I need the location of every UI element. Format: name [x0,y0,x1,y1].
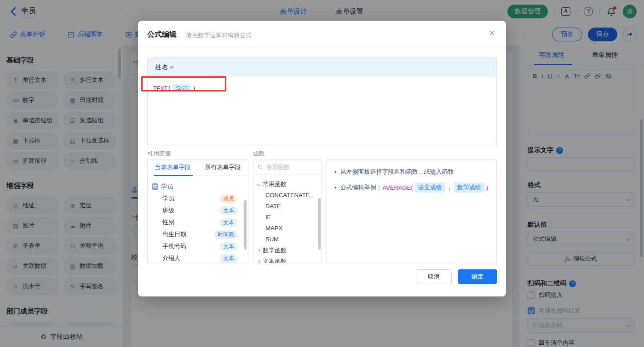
formula-expression[interactable]: TEXT(学员) [148,77,496,93]
tab-current-form-fields[interactable]: 当前表单字段 [148,159,198,176]
group-common-functions[interactable]: 常用函数 [257,179,322,190]
variable-name: 手机号码 [162,242,186,250]
paren-close: ) [192,85,196,92]
variable-row[interactable]: 性别文本 [152,216,243,228]
type-badge: 文本 [219,242,238,251]
root-label: 学员 [161,182,173,191]
variable-row[interactable]: 手机号码文本 [152,240,243,252]
variable-row[interactable]: 介绍人文本 [152,252,243,264]
modal-title: 公式编辑 [147,30,177,40]
function-item[interactable]: MAPX [257,223,322,234]
variables-list: 学员 学员成员 班级文本 性别文本 出生日期时间戳 手机号码文本 介绍人文本 [148,176,248,264]
function-tree: 常用函数 CONCATENATE DATE IF MAPX SUM 数学函数 文… [253,175,322,263]
modal-footer: 取消 确定 [416,269,497,284]
variables-panel: 当前表单字段 所有表单字段 学员 学员成员 班级文本 性别文本 出生日期时间戳 … [147,159,248,263]
variables-label: 可用变量 [147,149,171,158]
functions-label: 函数 [253,149,265,158]
confirm-button[interactable]: 确定 [458,269,497,284]
variable-row[interactable]: 班级文本 [152,205,243,216]
type-badge: 成员 [219,194,238,203]
form-doc-icon [152,183,158,190]
variable-name: 学员 [162,194,174,203]
formula-editor-modal: 公式编辑 使用数学运算符编辑公式 × 姓名 = TEXT(学员) 可用变量 函数… [138,21,506,296]
tip-line-1: 从左侧面板选择字段名和函数，或输入函数 [334,168,490,176]
variable-row[interactable]: 学员成员 [152,193,243,205]
variable-name: 介绍人 [162,254,180,262]
function-search-input[interactable] [266,164,312,171]
chevron-right-icon [257,260,260,263]
function-search[interactable] [253,159,322,175]
type-badge: 文本 [219,218,238,227]
function-item[interactable]: SUM [257,234,322,245]
example-function-token: AVERAGE( [383,184,413,191]
cancel-button[interactable]: 取消 [416,269,452,284]
group-label: 数学函数 [263,246,287,255]
close-icon[interactable]: × [489,28,495,38]
example-field-chip: 数学成绩 [454,182,484,193]
tip-example-prefix: 公式编辑举例： [340,183,382,192]
group-label: 文本函数 [263,257,287,263]
example-paren-close: ) [486,184,488,191]
group-label: 常用函数 [263,180,287,188]
variables-root-node[interactable]: 学员 [152,181,243,193]
variables-tabs: 当前表单字段 所有表单字段 [148,159,248,176]
variable-row[interactable]: 出生日期时间戳 [152,228,243,240]
function-item[interactable]: CONCATENATE [257,190,322,201]
variable-name: 出生日期 [162,230,186,239]
formula-target: 姓名 = [148,58,496,77]
functions-scrollbar[interactable] [318,198,321,250]
paren-open: ( [167,85,171,92]
app-screen: 学员 表单设计 表单设置 数据管理 ? 训 表单外链 后端脚本 [0,0,644,347]
function-item[interactable]: DATE [257,201,322,212]
group-text-functions[interactable]: 文本函数 [257,256,322,263]
type-badge: 时间戳 [214,230,238,239]
function-token: TEXT [153,85,167,92]
variable-name: 性别 [162,218,174,227]
variables-scrollbar[interactable] [244,200,247,250]
tip-text: 从左侧面板选择字段名和函数，或输入函数 [340,168,454,176]
search-icon [257,164,263,170]
comma: ， [447,183,453,192]
type-badge: 文本 [219,254,238,263]
variable-name: 班级 [162,206,174,215]
function-item[interactable]: IF [257,212,322,223]
example-field-chip: 语文成绩 [415,182,445,193]
chevron-right-icon [257,249,260,252]
functions-panel: 常用函数 CONCATENATE DATE IF MAPX SUM 数学函数 文… [253,159,322,263]
formula-input-area[interactable]: 姓名 = TEXT(学员) [147,57,497,146]
modal-header: 公式编辑 使用数学运算符编辑公式 × [138,21,506,47]
chevron-down-icon [257,182,260,186]
field-chip[interactable]: 学员 [172,84,191,93]
group-math-functions[interactable]: 数学函数 [257,245,322,256]
type-badge: 文本 [219,206,238,215]
modal-subtitle: 使用数学运算符编辑公式 [186,31,252,40]
tab-all-form-fields[interactable]: 所有表单字段 [198,159,248,176]
tip-line-2: 公式编辑举例： AVERAGE( 语文成绩 ， 数学成绩 ) [334,182,490,193]
tips-panel: 从左侧面板选择字段名和函数，或输入函数 公式编辑举例： AVERAGE( 语文成… [327,159,497,263]
